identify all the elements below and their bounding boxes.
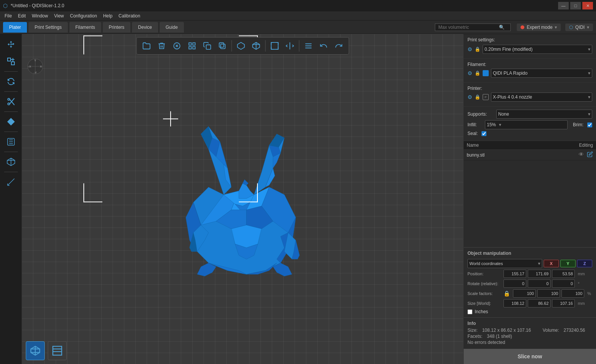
- scale-z-input[interactable]: [561, 289, 584, 298]
- svg-rect-25: [193, 47, 195, 49]
- size-y-input[interactable]: [528, 299, 551, 308]
- tab-device[interactable]: Device: [132, 22, 158, 33]
- menu-view[interactable]: View: [51, 13, 67, 19]
- delete-button[interactable]: [155, 39, 169, 53]
- move-tool-button[interactable]: [3, 37, 19, 52]
- tab-guide[interactable]: Guide: [160, 22, 184, 33]
- svg-rect-0: [8, 58, 11, 61]
- support-tool-button[interactable]: [3, 134, 19, 149]
- printer-select-wrapper[interactable]: X-Plus 4 0.4 nozzle ▾: [491, 93, 592, 102]
- menu-configuration[interactable]: Configuration: [67, 13, 100, 19]
- filament-section: Filament: ⚙ 🔒 QIDI PLA Rapido ▾: [464, 59, 596, 83]
- filament-lock: 🔒: [475, 71, 480, 76]
- svg-marker-8: [7, 118, 15, 126]
- brim-label: Brim:: [573, 122, 583, 127]
- menu-window[interactable]: Window: [29, 13, 51, 19]
- minimize-button[interactable]: —: [558, 2, 569, 9]
- filament-select-wrapper[interactable]: QIDI PLA Rapido ▾: [491, 69, 592, 78]
- supports-value: None: [497, 111, 587, 117]
- printer-label: Printer:: [467, 86, 482, 91]
- flip-button[interactable]: [283, 39, 297, 53]
- rotate-x-input[interactable]: [503, 279, 526, 288]
- table-row[interactable]: bunny.stl 👁: [464, 150, 596, 160]
- infill-value: 15%: [485, 122, 497, 127]
- scale-lock-icon[interactable]: 🔒: [503, 290, 510, 297]
- info-facets-label: Facets:: [467, 334, 482, 339]
- close-button[interactable]: ✕: [582, 2, 593, 9]
- info-volume-label: Volume:: [543, 328, 559, 333]
- tab-filaments[interactable]: Filaments: [69, 22, 101, 33]
- copy-button[interactable]: [201, 39, 214, 53]
- paste-instances-button[interactable]: [216, 39, 229, 53]
- cut-tool-button[interactable]: [3, 94, 19, 109]
- position-y-input[interactable]: [528, 270, 551, 278]
- measure-tool-button[interactable]: [3, 174, 19, 190]
- filament-color-swatch[interactable]: [483, 70, 489, 76]
- size-z-input[interactable]: [552, 299, 575, 308]
- search-icon: 🔍: [499, 25, 505, 30]
- info-size-value: 108.12 x 86.62 x 107.16: [482, 328, 531, 333]
- viewport[interactable]: Y -Y X -X: [22, 34, 463, 364]
- model-view[interactable]: [171, 104, 315, 295]
- brim-checkbox[interactable]: [587, 122, 592, 127]
- qidi-button[interactable]: ⬡ QIDI ▾: [565, 24, 593, 31]
- layers-view-button[interactable]: [48, 341, 67, 360]
- search-input[interactable]: [438, 25, 499, 30]
- scale-x-input[interactable]: [513, 289, 536, 298]
- coord-system-select[interactable]: World coordinates ▾: [467, 259, 542, 268]
- 3d-view-button[interactable]: [26, 341, 45, 360]
- svg-point-4: [8, 99, 9, 100]
- print-settings-select-wrapper[interactable]: 0.20mm Fine (modified) ▾: [483, 45, 592, 54]
- info-volume-value: 273240.56: [564, 328, 585, 333]
- size-label: Size [World]:: [467, 301, 503, 306]
- redo-button[interactable]: [332, 39, 346, 53]
- tab-plater[interactable]: Plater: [3, 22, 27, 33]
- toolbar-sep-2: [265, 40, 266, 52]
- svg-rect-76: [53, 346, 61, 355]
- position-unit: mm: [578, 271, 585, 276]
- position-x-input[interactable]: [503, 270, 526, 278]
- position-z-input[interactable]: [552, 270, 575, 278]
- maximize-button[interactable]: □: [570, 2, 581, 9]
- scale-y-input[interactable]: [537, 289, 560, 298]
- tab-printers[interactable]: Printers: [103, 22, 130, 33]
- arrange-button[interactable]: [185, 39, 199, 53]
- size-x-input[interactable]: [503, 299, 526, 308]
- info-facets-row: Facets: 348 (1 shell): [467, 334, 592, 339]
- expert-mode-toggle[interactable]: Expert mode ▾: [517, 24, 561, 31]
- open-file-button[interactable]: [140, 39, 154, 53]
- infill-select-wrapper[interactable]: 15% ▾: [485, 120, 568, 129]
- diamond-tool-button[interactable]: [3, 114, 19, 129]
- menu-help[interactable]: Help: [100, 13, 116, 19]
- tab-print-settings[interactable]: Print Settings: [28, 22, 67, 33]
- bottom-icons: [26, 341, 67, 360]
- menu-file[interactable]: File: [2, 13, 15, 19]
- nav-widget[interactable]: Y -Y X -X: [26, 57, 45, 76]
- info-size-row: Size: 108.12 x 86.62 x 107.16 Volume: 27…: [467, 328, 592, 333]
- svg-text:-Y: -Y: [34, 71, 37, 74]
- printer-value: X-Plus 4 0.4 nozzle: [491, 94, 587, 100]
- edit-object-icon[interactable]: [587, 151, 593, 158]
- layers-button[interactable]: [302, 39, 315, 53]
- seal-checkbox[interactable]: [482, 131, 486, 136]
- menu-calibration[interactable]: Calibration: [116, 13, 143, 19]
- orient-button[interactable]: [234, 39, 248, 53]
- fit-bed-button[interactable]: [268, 39, 282, 53]
- supports-select-wrapper[interactable]: None ▾: [496, 110, 592, 119]
- rotate-z-input[interactable]: [552, 279, 575, 288]
- search-box[interactable]: 🔍: [435, 24, 511, 31]
- info-size-label: Size:: [467, 328, 478, 333]
- inches-checkbox[interactable]: [467, 309, 472, 314]
- scale-tool-button[interactable]: [3, 54, 19, 69]
- view-3d-button[interactable]: [249, 39, 263, 53]
- cube-tool-button[interactable]: [3, 154, 19, 169]
- remove-button[interactable]: [170, 39, 184, 53]
- undo-button[interactable]: [317, 39, 331, 53]
- menu-edit[interactable]: Edit: [15, 13, 29, 19]
- rotate-tool-button[interactable]: [3, 74, 19, 89]
- rotate-y-input[interactable]: [528, 279, 551, 288]
- qidi-label: QIDI: [575, 25, 585, 30]
- slice-now-button[interactable]: Slice now: [464, 349, 596, 364]
- visibility-icon[interactable]: 👁: [579, 151, 584, 158]
- svg-text:-X: -X: [28, 65, 31, 68]
